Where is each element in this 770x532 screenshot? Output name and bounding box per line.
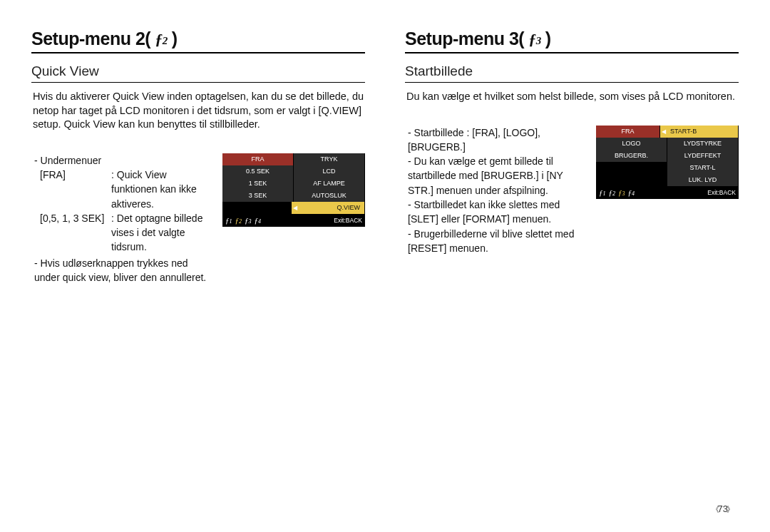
heading-left: Setup-menu 2( ƒ2 ) <box>31 29 365 53</box>
lcd-cell: FRA <box>596 126 660 138</box>
submenu-text: - Undermenuer [FRA] : Quick View funktio… <box>31 153 212 285</box>
wrench-icon: ƒ4 <box>255 216 262 225</box>
lcd-cell <box>596 162 667 174</box>
exit-label: Exit:BACK <box>707 189 736 196</box>
wrench-icon: ƒ3 <box>245 216 252 225</box>
wrench-icon: ƒ1 <box>599 188 606 197</box>
manual-page: Setup-menu 2( ƒ2 ) Quick View Hvis du ak… <box>0 0 770 532</box>
def-row-1: [FRA] : Quick View funktionen kan ikke a… <box>31 168 212 211</box>
lower-left-block: - Undermenuer [FRA] : Quick View funktio… <box>31 153 365 285</box>
left-column: Setup-menu 2( ƒ2 ) Quick View Hvis du ak… <box>31 29 365 518</box>
lcd-bottom-bar: ƒ1 ƒ2 ƒ3 ƒ4 Exit:BACK <box>222 214 365 227</box>
wrench-icon: ƒ4 <box>628 188 635 197</box>
note-text: - Hvis udløserknappen trykkes ned under … <box>31 256 212 285</box>
subheading-left: Quick View <box>31 63 365 83</box>
lcd-cell: BRUGERB. <box>596 150 667 162</box>
wrench-icon: ƒ3 <box>618 188 625 197</box>
lcd-cell: LYDEFFEKT <box>667 150 739 162</box>
intro-right: Du kan vælge et hvilket som helst billed… <box>405 90 739 104</box>
lcd-cell: LUK. LYD <box>667 174 739 186</box>
lcd-screenshot-right: FRA START-B LOGO LYDSTYRKE BRUGERB. LYDE… <box>596 126 739 199</box>
subheading-right: Startbillede <box>405 63 739 83</box>
lcd-cell: AUTOSLUK <box>294 190 365 202</box>
lcd-cell: 3 SEK <box>222 190 294 202</box>
lcd-cell-selected: Q.VIEW <box>292 202 365 214</box>
heading-right: Setup-menu 3( ƒ3 ) <box>405 29 739 53</box>
def-label: [FRA] <box>40 168 111 211</box>
lcd-cell: AF LAMPE <box>294 178 365 190</box>
bullet: - Du kan vælge et gemt billede til start… <box>405 154 586 198</box>
heading-close: ) <box>545 29 551 49</box>
heading-text: Setup-menu 2( <box>31 29 150 49</box>
lcd-cell: TRYK <box>294 153 365 165</box>
bullets-right: - Startbillede : [FRA], [LOGO], [BRUGERB… <box>405 126 586 256</box>
lcd-bottom-bar: ƒ1 ƒ2 ƒ3 ƒ4 Exit:BACK <box>596 186 739 199</box>
wrench-icon: ƒ2 <box>609 188 616 197</box>
bullet: - Brugerbillederne vil blive slettet med… <box>405 227 586 256</box>
tab-strip: ƒ1 ƒ2 ƒ3 ƒ4 <box>225 216 261 225</box>
def-row-2: [0,5, 1, 3 SEK] : Det optagne billede vi… <box>31 211 212 255</box>
lcd-cell: START-L <box>667 162 739 174</box>
lcd-cell: FRA <box>222 153 294 165</box>
lcd-cell: LYDSTYRKE <box>667 138 739 150</box>
lcd-cell <box>596 174 667 186</box>
lcd-cell <box>222 202 292 214</box>
tab-strip: ƒ1 ƒ2 ƒ3 ƒ4 <box>599 188 635 197</box>
def-label: [0,5, 1, 3 SEK] <box>40 211 111 255</box>
exit-label: Exit:BACK <box>334 217 362 224</box>
wrench-icon: ƒ2 <box>153 30 169 48</box>
lcd-cell: 1 SEK <box>222 178 294 190</box>
wrench-icon: ƒ2 <box>235 216 242 225</box>
lcd-cell: LCD <box>294 165 365 178</box>
bullet: - Startbillede : [FRA], [LOGO], [BRUGERB… <box>405 126 586 155</box>
def-value: : Quick View funktionen kan ikke aktiver… <box>111 168 212 211</box>
wrench-icon: ƒ1 <box>225 216 232 225</box>
wrench-icon: ƒ3 <box>527 30 543 48</box>
bullet: - Startbilledet kan ikke slettes med [SL… <box>405 198 586 227</box>
right-column: Setup-menu 3( ƒ3 ) Startbillede Du kan v… <box>405 29 739 518</box>
def-value: : Det optagne billede vises i det valgte… <box>111 211 212 255</box>
lcd-screenshot-left: FRA TRYK 0.5 SEK LCD 1 SEK AF LAMPE 3 SE… <box>222 153 365 227</box>
page-number: 73 <box>712 503 734 515</box>
lower-right-block: - Startbillede : [FRA], [LOGO], [BRUGERB… <box>405 126 739 256</box>
lcd-cell-selected: START-B <box>660 126 739 138</box>
submenu-label: - Undermenuer <box>31 153 212 168</box>
heading-close: ) <box>172 29 178 49</box>
heading-text: Setup-menu 3( <box>405 29 524 49</box>
lcd-cell: LOGO <box>596 138 667 150</box>
intro-left: Hvis du aktiverer Quick View inden optag… <box>31 90 365 132</box>
lcd-cell: 0.5 SEK <box>222 165 294 178</box>
